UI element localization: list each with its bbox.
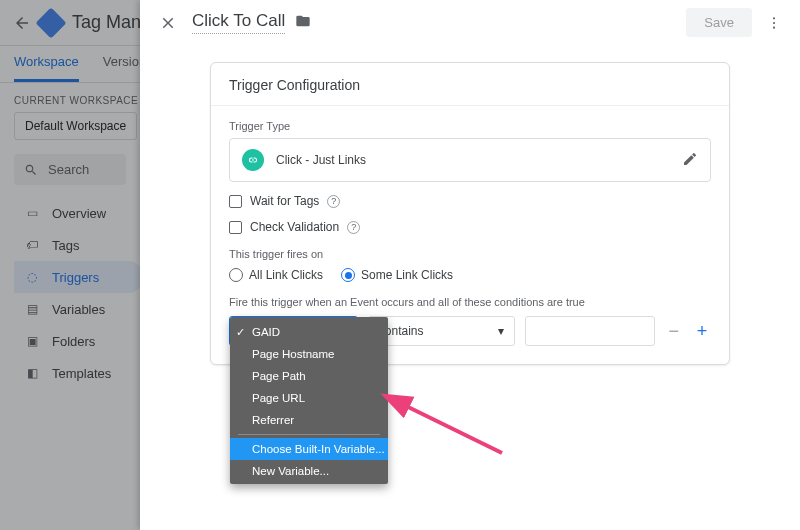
remove-condition-button[interactable]: − bbox=[665, 321, 683, 342]
help-icon[interactable]: ? bbox=[347, 221, 360, 234]
add-condition-button[interactable]: + bbox=[693, 321, 711, 342]
more-menu-button[interactable] bbox=[762, 11, 786, 35]
condition-value-input[interactable] bbox=[525, 316, 655, 346]
help-icon[interactable]: ? bbox=[327, 195, 340, 208]
trigger-type-label: Trigger Type bbox=[229, 120, 711, 132]
radio-icon bbox=[229, 268, 243, 282]
svg-point-0 bbox=[773, 17, 775, 19]
chevron-down-icon: ▾ bbox=[498, 324, 504, 338]
radio-icon bbox=[341, 268, 355, 282]
menu-separator bbox=[238, 434, 380, 435]
svg-point-2 bbox=[773, 26, 775, 28]
menu-item[interactable]: Page Hostname bbox=[230, 343, 388, 365]
menu-item[interactable]: GAID bbox=[230, 321, 388, 343]
radio-all-link-clicks[interactable]: All Link Clicks bbox=[229, 268, 323, 282]
checkbox-label: Check Validation bbox=[250, 220, 339, 234]
trigger-editor-panel: Click To Call Save Trigger Configuration… bbox=[140, 0, 800, 530]
checkbox-icon bbox=[229, 221, 242, 234]
fires-on-label: This trigger fires on bbox=[229, 248, 711, 260]
trigger-config-card: Trigger Configuration Trigger Type Click… bbox=[210, 62, 730, 365]
check-validation-checkbox[interactable]: Check Validation ? bbox=[229, 220, 711, 234]
trigger-name-input[interactable]: Click To Call bbox=[192, 11, 285, 34]
edit-icon[interactable] bbox=[682, 151, 698, 170]
close-button[interactable] bbox=[154, 9, 182, 37]
menu-item[interactable]: Page URL bbox=[230, 387, 388, 409]
variable-dropdown-menu: GAID Page Hostname Page Path Page URL Re… bbox=[230, 317, 388, 484]
condition-operator-select[interactable]: contains ▾ bbox=[368, 316, 515, 346]
condition-label: Fire this trigger when an Event occurs a… bbox=[229, 296, 711, 308]
radio-label: Some Link Clicks bbox=[361, 268, 453, 282]
radio-label: All Link Clicks bbox=[249, 268, 323, 282]
condition-variable-select[interactable]: ▾ GAID Page Hostname Page Path Page URL … bbox=[229, 316, 358, 346]
menu-item[interactable]: Page Path bbox=[230, 365, 388, 387]
card-title: Trigger Configuration bbox=[211, 63, 729, 106]
save-button[interactable]: Save bbox=[686, 8, 752, 37]
checkbox-icon bbox=[229, 195, 242, 208]
kebab-icon bbox=[766, 15, 782, 31]
trigger-type-selector[interactable]: Click - Just Links bbox=[229, 138, 711, 182]
close-icon bbox=[159, 14, 177, 32]
link-icon bbox=[242, 149, 264, 171]
trigger-type-value: Click - Just Links bbox=[276, 153, 366, 167]
menu-item[interactable]: Referrer bbox=[230, 409, 388, 431]
menu-item-new-variable[interactable]: New Variable... bbox=[230, 460, 388, 482]
folder-icon[interactable] bbox=[295, 13, 311, 33]
checkbox-label: Wait for Tags bbox=[250, 194, 319, 208]
menu-item-builtin-variable[interactable]: Choose Built-In Variable... bbox=[230, 438, 388, 460]
radio-some-link-clicks[interactable]: Some Link Clicks bbox=[341, 268, 453, 282]
svg-point-1 bbox=[773, 21, 775, 23]
wait-for-tags-checkbox[interactable]: Wait for Tags ? bbox=[229, 194, 711, 208]
